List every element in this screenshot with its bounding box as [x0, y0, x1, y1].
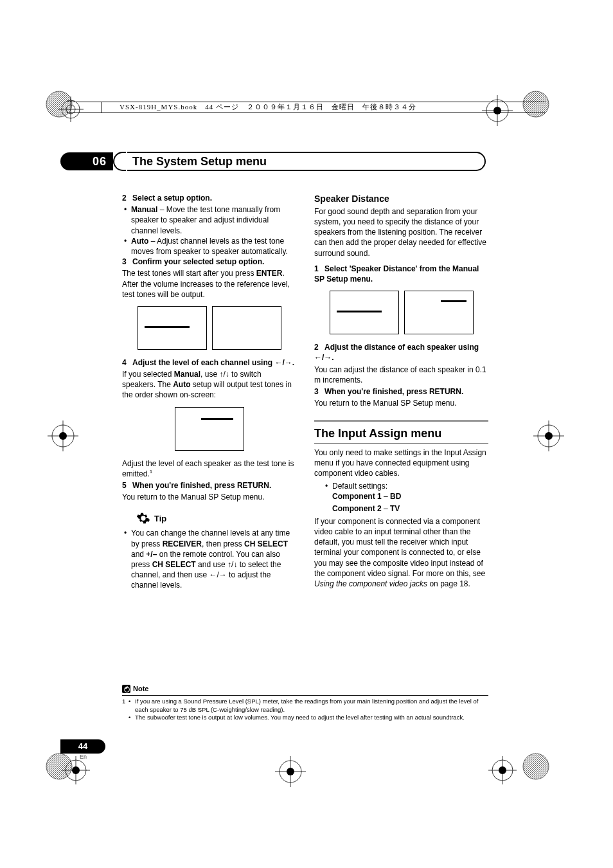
crop-mark-mid-right	[533, 420, 564, 451]
figure-step3	[122, 306, 296, 350]
screen-placeholder	[330, 291, 399, 334]
tip-body: You can change the channel levels at any…	[131, 528, 296, 590]
up-down-arrow-icon: ↑/↓	[227, 560, 237, 569]
figure-step4	[122, 407, 296, 451]
bullet-dot-icon: •	[323, 481, 332, 491]
header-frame-line	[67, 113, 546, 113]
tip-heading: Tip	[136, 511, 296, 525]
step-5-heading: 5When you're finished, press RETURN.	[122, 480, 296, 491]
screen-placeholder	[138, 306, 207, 350]
left-right-arrow-icon: ←/→	[274, 358, 292, 367]
header-frame-line	[67, 102, 102, 102]
figure-spk	[314, 291, 488, 334]
footnote-ref: 1	[150, 469, 152, 475]
speaker-distance-body: For good sound depth and separation from…	[314, 206, 488, 258]
footnote-1a: 1•If you are using a Sound Pressure Leve…	[122, 698, 488, 714]
bullet-dot-icon: •	[122, 204, 131, 236]
step-2-heading: 2Select a setup option.	[122, 193, 296, 203]
chapter-header: 06 The System Setup menu	[60, 152, 486, 170]
column-left: 2Select a setup option. • Manual – Move …	[122, 193, 296, 591]
spk-step1-heading: 1Select 'Speaker Distance' from the Manu…	[314, 264, 488, 284]
up-down-arrow-icon: ↑/↓	[219, 370, 229, 379]
label-auto: Auto	[131, 237, 148, 246]
text-auto: – Adjust channel levels as the test tone…	[131, 237, 288, 256]
footnote-block: Note 1•If you are using a Sound Pressure…	[122, 684, 488, 722]
input-assign-p1: You only need to make settings in the In…	[314, 448, 488, 479]
adjust-text: Adjust the level of each speaker as the …	[122, 458, 296, 479]
svg-point-9	[523, 91, 549, 117]
page-language: En	[80, 754, 87, 760]
spk-step2-body: You can adjust the distance of each spea…	[314, 365, 488, 385]
default-settings-label: Default settings:	[332, 481, 488, 491]
crop-mark-top-right	[482, 95, 513, 126]
page-number-badge: 44 En	[60, 739, 117, 761]
page-number: 44	[60, 739, 105, 754]
chapter-title: The System Setup menu	[127, 152, 486, 171]
hatch-top-left	[45, 90, 73, 118]
section-divider	[314, 420, 488, 422]
hatch-top-right	[522, 90, 550, 118]
left-right-arrow-icon: ←/→	[209, 570, 226, 579]
footnote-rule	[122, 695, 488, 696]
gear-icon	[136, 511, 150, 525]
tip-bullet: • You can change the channel levels at a…	[122, 528, 296, 590]
screen-placeholder	[404, 291, 474, 334]
note-heading: Note	[122, 684, 488, 694]
svg-point-32	[141, 517, 145, 521]
bullet-auto: • Auto – Adjust channel levels as the te…	[122, 236, 296, 257]
crop-mark-mid-left	[48, 420, 78, 451]
screen-placeholder	[212, 306, 281, 350]
note-label: Note	[133, 684, 148, 694]
default-settings-bullet: • Default settings:	[314, 481, 488, 491]
default-component-1: Component 1 – BD	[314, 491, 488, 502]
svg-point-8	[46, 91, 72, 117]
default-component-2: Component 2 – TV	[314, 503, 488, 514]
spk-step3-heading: 3When you're finished, press RETURN.	[314, 386, 488, 397]
spk-step3-body: You return to the Manual SP Setup menu.	[314, 398, 488, 408]
crop-mark-bottom-center	[275, 756, 306, 787]
chapter-number: 06	[60, 152, 113, 170]
bullet-dot-icon: •	[122, 236, 131, 257]
screen-placeholder	[175, 407, 244, 451]
label-manual: Manual	[131, 205, 157, 214]
footnote-1b: •The subwoofer test tone is output at lo…	[122, 714, 488, 722]
svg-point-31	[523, 754, 549, 779]
spk-step2-heading: 2Adjust the distance of each speaker usi…	[314, 342, 488, 363]
left-right-arrow-icon: ←/→	[314, 353, 332, 362]
tip-label: Tip	[154, 513, 166, 525]
input-assign-heading: The Input Assign menu	[314, 426, 488, 441]
chapter-paren-decoration	[113, 152, 126, 171]
body-columns: 2Select a setup option. • Manual – Move …	[122, 193, 488, 591]
column-right: Speaker Distance For good sound depth an…	[314, 193, 488, 591]
crop-mark-bottom-right	[488, 756, 517, 784]
input-assign-p2: If your component is connected via a com…	[314, 516, 488, 589]
step-5-body: You return to the Manual SP Setup menu.	[122, 492, 296, 502]
speaker-distance-heading: Speaker Distance	[314, 193, 488, 205]
bullet-manual: • Manual – Move the test tone manually f…	[122, 204, 296, 236]
header-meta-text: VSX-819H_MYS.book 44 ページ ２００９年１月１６日 金曜日 …	[120, 102, 416, 112]
section-divider-thin	[314, 443, 488, 444]
hatch-bottom-right	[522, 752, 550, 781]
step-3-heading: 3Confirm your selected setup option.	[122, 257, 296, 267]
note-icon	[122, 685, 130, 693]
step-3-body: The test tones will start after you pres…	[122, 268, 296, 300]
step-4-heading: 4Adjust the level of each channel using …	[122, 357, 296, 368]
step-4-body: If you selected Manual, use ↑/↓ to switc…	[122, 369, 296, 401]
bullet-dot-icon: •	[122, 528, 131, 590]
header-frame-line	[102, 102, 102, 113]
